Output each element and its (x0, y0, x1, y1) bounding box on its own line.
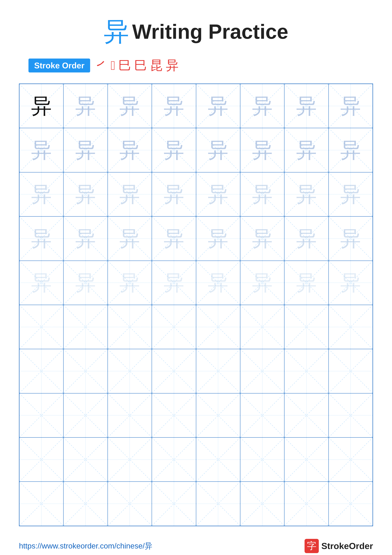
grid-cell[interactable]: 异 (196, 261, 240, 305)
grid-cell[interactable] (328, 482, 373, 526)
grid-cell[interactable] (64, 305, 107, 349)
grid-cell[interactable]: 异 (152, 128, 196, 172)
grid-cell[interactable] (240, 438, 284, 482)
grid-cell[interactable]: 异 (196, 128, 240, 172)
practice-char: 异 (296, 272, 317, 293)
grid-cell[interactable] (284, 305, 328, 349)
grid-cell[interactable]: 异 (196, 84, 240, 128)
grid-cell[interactable]: 异 (240, 172, 284, 216)
grid-cell[interactable]: 异 (64, 128, 107, 172)
grid-cell[interactable]: 异 (19, 84, 64, 128)
grid-cell[interactable]: 异 (152, 84, 196, 128)
grid-cell[interactable]: 异 (152, 216, 196, 261)
grid-cell[interactable] (240, 349, 284, 393)
grid-cell[interactable]: 异 (328, 261, 373, 305)
practice-char: 异 (31, 272, 52, 293)
practice-char: 异 (208, 272, 228, 293)
grid-cell[interactable]: 异 (64, 216, 107, 261)
grid-cell[interactable]: 异 (284, 216, 328, 261)
grid-cell[interactable] (64, 438, 107, 482)
grid-cell[interactable] (108, 305, 152, 349)
grid-cell[interactable] (240, 482, 284, 526)
grid-cell[interactable] (108, 393, 152, 438)
practice-char: 异 (252, 272, 273, 293)
grid-cell[interactable]: 异 (240, 128, 284, 172)
grid-cell[interactable] (108, 349, 152, 393)
practice-char: 异 (119, 96, 140, 116)
grid-cell[interactable]: 异 (108, 261, 152, 305)
grid-cell[interactable]: 异 (19, 216, 64, 261)
practice-char: 异 (119, 140, 140, 161)
grid-cell[interactable]: 异 (196, 172, 240, 216)
grid-cell[interactable]: 异 (64, 84, 107, 128)
grid-cell[interactable]: 异 (64, 172, 107, 216)
practice-char: 异 (252, 184, 273, 204)
grid-cell[interactable]: 异 (108, 84, 152, 128)
grid-cell[interactable] (196, 393, 240, 438)
grid-cell[interactable] (64, 349, 107, 393)
grid-cell[interactable]: 异 (240, 216, 284, 261)
stroke-sequence: ㇒ 𠃌 巳 巳 昆 异 (95, 57, 178, 74)
practice-char: 异 (252, 96, 273, 116)
grid-cell[interactable] (196, 305, 240, 349)
grid-cell[interactable]: 异 (152, 172, 196, 216)
grid-cell[interactable]: 异 (19, 128, 64, 172)
grid-cell[interactable] (196, 482, 240, 526)
grid-cell[interactable]: 异 (328, 84, 373, 128)
practice-char: 异 (340, 184, 361, 204)
grid-cell[interactable]: 异 (108, 128, 152, 172)
practice-char: 异 (208, 96, 228, 116)
grid-cell[interactable] (196, 438, 240, 482)
grid-cell[interactable]: 异 (108, 172, 152, 216)
practice-char: 异 (119, 228, 140, 249)
footer-url[interactable]: https://www.strokeorder.com/chinese/异 (19, 541, 152, 551)
grid-cell[interactable] (64, 482, 107, 526)
grid-cell[interactable] (19, 305, 64, 349)
grid-cell[interactable] (64, 393, 107, 438)
grid-cell[interactable]: 异 (284, 172, 328, 216)
grid-cell[interactable] (328, 349, 373, 393)
grid-cell[interactable] (328, 438, 373, 482)
grid-cell[interactable]: 异 (152, 261, 196, 305)
grid-cell[interactable] (240, 393, 284, 438)
grid-cell[interactable] (19, 349, 64, 393)
grid-cell[interactable]: 异 (240, 84, 284, 128)
practice-char: 异 (31, 184, 52, 204)
grid-cell[interactable] (19, 393, 64, 438)
grid-cell[interactable] (152, 482, 196, 526)
grid-cell[interactable] (108, 438, 152, 482)
grid-cell[interactable] (328, 305, 373, 349)
grid-cell[interactable]: 异 (240, 261, 284, 305)
grid-cell[interactable] (284, 393, 328, 438)
grid-cell[interactable]: 异 (328, 216, 373, 261)
grid-cell[interactable]: 异 (284, 84, 328, 128)
grid-cell[interactable] (19, 438, 64, 482)
grid-cell[interactable] (152, 438, 196, 482)
grid-cell[interactable]: 异 (108, 216, 152, 261)
grid-cell[interactable]: 异 (19, 172, 64, 216)
practice-char: 异 (31, 96, 52, 116)
practice-char: 异 (296, 140, 317, 161)
grid-cell[interactable] (152, 305, 196, 349)
grid-cell[interactable] (152, 349, 196, 393)
stroke-step-1: ㇒ (95, 57, 107, 74)
grid-cell[interactable] (284, 349, 328, 393)
grid-cell[interactable]: 异 (284, 128, 328, 172)
grid-cell[interactable]: 异 (196, 216, 240, 261)
grid-cell[interactable]: 异 (328, 172, 373, 216)
grid-cell[interactable]: 异 (284, 261, 328, 305)
grid-cell[interactable] (240, 305, 284, 349)
grid-cell[interactable] (152, 393, 196, 438)
grid-cell[interactable] (19, 482, 64, 526)
grid-cell[interactable]: 异 (64, 261, 107, 305)
grid-cell[interactable] (284, 482, 328, 526)
grid-cell[interactable]: 异 (19, 261, 64, 305)
grid-cell[interactable] (328, 393, 373, 438)
grid-cell[interactable]: 异 (328, 128, 373, 172)
grid-cell[interactable] (284, 438, 328, 482)
grid-cell[interactable] (196, 349, 240, 393)
practice-char: 异 (164, 184, 184, 204)
stroke-step-2: 𠃌 (111, 58, 115, 73)
practice-char: 异 (75, 228, 96, 249)
grid-cell[interactable] (108, 482, 152, 526)
